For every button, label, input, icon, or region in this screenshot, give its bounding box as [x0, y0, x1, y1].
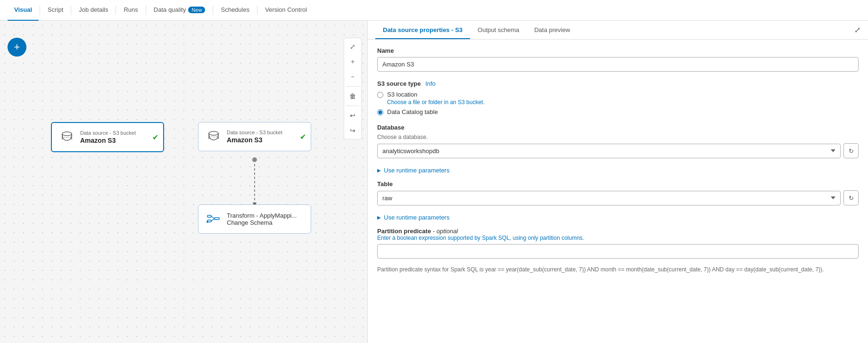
- table-select-row: raw ↻: [377, 190, 859, 205]
- partition-optional: - optional: [433, 228, 458, 235]
- tab-script[interactable]: Script: [41, 0, 70, 21]
- radio-s3-location: S3 location Choose a file or folder in a…: [377, 91, 859, 106]
- svg-rect-11: [215, 218, 219, 220]
- database-form-group: Database Choose a database. analyticswor…: [377, 124, 859, 158]
- s3-bucket-icon-2: [205, 128, 222, 145]
- svg-point-10: [207, 221, 208, 223]
- node-info-1: Data source - S3 bucket Amazon S3: [80, 130, 157, 144]
- data-catalog-label[interactable]: Data Catalog table: [387, 108, 438, 115]
- svg-rect-8: [207, 215, 211, 217]
- redo-icon: ↪: [350, 127, 355, 134]
- source-type-group: S3 source type Info S3 location Choose a…: [377, 80, 859, 115]
- source-type-label: S3 source type: [377, 80, 421, 87]
- database-sub: Choose a database.: [377, 134, 859, 140]
- canvas-area[interactable]: + Data source - S3 bucket Amazon S3 ✔: [0, 21, 368, 343]
- tab-job-details[interactable]: Job details: [72, 0, 115, 21]
- radio-data-catalog-input[interactable]: [377, 109, 383, 115]
- node-transform-1[interactable]: Transform - ApplyMappi... Change Schema: [198, 204, 311, 234]
- tab-divider-3: [116, 6, 116, 15]
- svg-point-1: [252, 157, 257, 162]
- redo-button[interactable]: ↪: [346, 124, 359, 137]
- refresh-icon-1: ↻: [849, 147, 854, 155]
- table-select[interactable]: raw: [377, 191, 841, 205]
- zoom-out-icon: －: [349, 73, 356, 81]
- s3-location-label[interactable]: S3 location: [387, 91, 417, 98]
- database-refresh-button[interactable]: ↻: [843, 143, 859, 158]
- transform-info: Transform - ApplyMappi... Change Schema: [227, 212, 297, 226]
- expand-arrow-2: ▶: [377, 215, 381, 220]
- expand-arrow-1: ▶: [377, 168, 381, 173]
- name-label: Name: [377, 47, 859, 54]
- tab-schedules[interactable]: Schedules: [214, 0, 256, 21]
- partition-input[interactable]: [377, 244, 859, 259]
- transform-icon: [205, 211, 222, 228]
- panel-content: Name S3 source type Info S3 location Cho…: [368, 40, 868, 343]
- node-name-1: Amazon S3: [80, 137, 157, 144]
- name-form-group: Name: [377, 47, 859, 72]
- zoom-out-button[interactable]: －: [346, 70, 359, 83]
- runtime-params-2-label: Use runtime parameters: [384, 214, 449, 221]
- tab-divider-2: [71, 6, 71, 15]
- top-tabs-bar: Visual Script Job details Runs Data qual…: [0, 0, 868, 21]
- add-node-button[interactable]: +: [8, 38, 26, 57]
- runtime-params-2-toggle[interactable]: ▶ Use runtime parameters: [377, 214, 859, 221]
- delete-button[interactable]: 🗑: [346, 90, 359, 103]
- partition-syntax-text: Partition predicate syntax for Spark SQL…: [377, 265, 859, 274]
- refresh-icon-2: ↻: [849, 195, 854, 202]
- info-link[interactable]: Info: [425, 80, 436, 87]
- tab-divider-6: [257, 6, 257, 15]
- delete-icon: 🗑: [349, 92, 356, 100]
- tab-data-preview[interactable]: Data preview: [527, 21, 578, 39]
- fit-icon: ⤢: [350, 43, 355, 50]
- node-name-2: Amazon S3: [227, 136, 304, 144]
- svg-point-2: [62, 132, 72, 136]
- main-area: + Data source - S3 bucket Amazon S3 ✔: [0, 21, 868, 343]
- node-type-1: Data source - S3 bucket: [80, 130, 157, 136]
- canvas-toolbar: ⤢ ＋ － 🗑 ↩ ↪: [344, 38, 362, 139]
- runtime-params-1-toggle[interactable]: ▶ Use runtime parameters: [377, 167, 859, 174]
- tab-properties[interactable]: Data source properties - S3: [375, 21, 470, 39]
- tab-output-schema[interactable]: Output schema: [470, 21, 527, 39]
- undo-icon: ↩: [350, 112, 355, 119]
- tab-divider-5: [213, 6, 213, 15]
- radio-s3-location-input[interactable]: [377, 92, 383, 98]
- transform-name: Change Schema: [227, 219, 297, 226]
- node-status-1: ✔: [152, 133, 158, 142]
- s3-bucket-icon-1: [58, 129, 75, 146]
- tab-data-quality[interactable]: Data quality New: [147, 0, 212, 21]
- tab-runs[interactable]: Runs: [117, 0, 144, 21]
- svg-point-5: [209, 131, 218, 135]
- runtime-params-1-label: Use runtime parameters: [384, 167, 449, 174]
- radio-data-catalog: Data Catalog table: [377, 108, 859, 115]
- toolbar-divider-1: [346, 86, 359, 87]
- node-s3-2[interactable]: Data source - S3 bucket Amazon S3 ✔: [198, 122, 311, 151]
- toolbar-divider-2: [346, 106, 359, 106]
- table-refresh-button[interactable]: ↻: [843, 190, 859, 205]
- svg-line-12: [211, 216, 215, 219]
- database-select-row: analyticsworkshopdb ↻: [377, 143, 859, 158]
- partition-form-group: Partition predicate - optional Enter a b…: [377, 228, 859, 274]
- node-type-2: Data source - S3 bucket: [227, 130, 304, 135]
- s3-location-sub[interactable]: Choose a file or folder in an S3 bucket.: [387, 99, 485, 106]
- fit-screen-button[interactable]: ⤢: [346, 40, 359, 53]
- node-info-2: Data source - S3 bucket Amazon S3: [227, 130, 304, 144]
- name-input[interactable]: [377, 57, 859, 72]
- table-form-group: Table raw ↻: [377, 180, 859, 205]
- plus-icon: +: [14, 41, 20, 53]
- node-s3-1[interactable]: Data source - S3 bucket Amazon S3 ✔: [51, 122, 164, 152]
- database-select[interactable]: analyticsworkshopdb: [377, 144, 841, 158]
- partition-help-text: Enter a boolean expression supported by …: [377, 235, 859, 241]
- zoom-in-button[interactable]: ＋: [346, 55, 359, 68]
- table-label: Table: [377, 180, 859, 188]
- expand-panel-button[interactable]: ⤢: [854, 21, 860, 39]
- tab-visual[interactable]: Visual: [8, 0, 39, 21]
- tab-divider-4: [146, 6, 146, 15]
- transform-type: Transform - ApplyMappi...: [227, 212, 297, 219]
- tab-version-control[interactable]: Version Control: [258, 0, 314, 21]
- node-status-2: ✔: [300, 132, 306, 141]
- radio-group-source: S3 location Choose a file or folder in a…: [377, 91, 859, 115]
- undo-button[interactable]: ↩: [346, 109, 359, 122]
- expand-icon: ⤢: [854, 25, 860, 34]
- connector-svg: [0, 21, 367, 343]
- data-quality-badge: New: [188, 7, 205, 13]
